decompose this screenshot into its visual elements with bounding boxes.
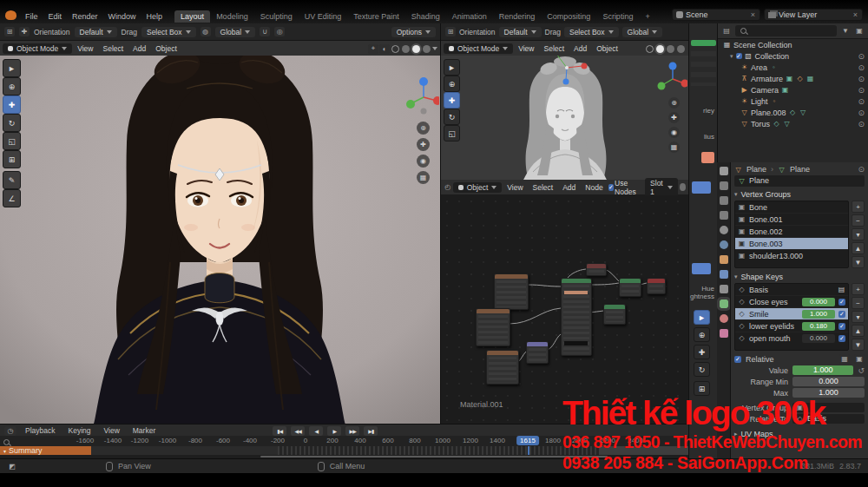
tab-shading[interactable]: Shading — [405, 10, 446, 23]
view-menu[interactable]: View — [514, 43, 538, 54]
view-menu[interactable]: View — [73, 43, 97, 54]
jump-to-end-button[interactable]: ▶▮ — [364, 426, 378, 436]
tab-animation[interactable]: Animation — [446, 10, 493, 23]
object-menu[interactable]: Object — [151, 43, 181, 54]
shading-material-icon[interactable] — [667, 45, 674, 53]
zoom-icon[interactable]: ⊕ — [668, 97, 680, 109]
tab-compositing[interactable]: Compositing — [541, 10, 596, 23]
vertex-group-row[interactable]: ▣Bone.001 — [735, 214, 848, 226]
orientation-dropdown[interactable]: Default — [499, 27, 542, 37]
shading-solid-icon[interactable] — [402, 45, 410, 53]
pin-icon[interactable]: ⊙ — [858, 165, 865, 174]
shape-key-value[interactable]: 0.000 — [802, 334, 835, 343]
shape-key-row[interactable]: ◇Close eyes0.000✓ — [735, 296, 848, 308]
color-swatch-blue[interactable] — [692, 181, 711, 194]
menu-edit[interactable]: Edit — [43, 10, 68, 23]
select-mode-dropdown[interactable]: Select Box — [141, 27, 196, 37]
hide-eye-icon[interactable]: ⊙ — [858, 120, 865, 128]
color-swatch[interactable] — [701, 152, 714, 163]
editor-type-clock-icon[interactable]: ◷ — [4, 426, 16, 436]
orientation-dropdown[interactable]: Default — [75, 27, 117, 37]
marker-menu[interactable]: Marker — [128, 425, 160, 436]
tool-measure[interactable]: ∠ — [3, 189, 21, 207]
shape-key-mute-checkbox[interactable]: ✓ — [838, 299, 845, 306]
tab-modifiers-icon[interactable] — [720, 270, 728, 279]
select-mode-dropdown[interactable]: Select Box — [564, 27, 619, 37]
menu-render[interactable]: Render — [67, 10, 103, 23]
hide-eye-icon[interactable]: ⊙ — [858, 75, 865, 83]
menu-window[interactable]: Window — [103, 10, 141, 23]
clear-weights-icon[interactable]: ▣ — [854, 354, 865, 364]
tool-cursor[interactable]: ⊕ — [444, 76, 460, 92]
normal-map-node[interactable] — [526, 341, 549, 364]
keyframe-band[interactable] — [278, 446, 599, 455]
play-reverse-button[interactable]: ◀ — [309, 426, 323, 436]
hide-eye-icon[interactable]: ⊙ — [858, 63, 865, 72]
tool-cursor[interactable]: ⊕ — [694, 327, 710, 342]
tab-layout[interactable]: Layout — [174, 10, 210, 23]
display-mode-icon[interactable]: ▤ — [721, 26, 732, 36]
tool-select-box[interactable]: ► — [3, 59, 21, 77]
ortho-grid-icon[interactable]: ▦ — [668, 141, 680, 153]
navigation-gizmo[interactable] — [656, 60, 687, 95]
image-texture-node[interactable] — [486, 350, 519, 385]
principled-bsdf-node[interactable] — [561, 278, 592, 356]
tab-uv-editing[interactable]: UV Editing — [299, 10, 348, 23]
shape-key-value[interactable]: 0.000 — [802, 298, 835, 306]
remove-vertex-group-button[interactable]: − — [852, 214, 865, 227]
tool-transform[interactable]: ⊞ — [3, 150, 21, 168]
mix-node[interactable] — [586, 263, 607, 276]
view-layer-selector[interactable]: View Layer × — [764, 9, 863, 21]
camera-view-icon[interactable]: ◉ — [668, 127, 680, 138]
shape-key-row[interactable]: ◇Basis▤ — [735, 284, 848, 296]
remove-shape-key-button[interactable]: − — [852, 297, 865, 309]
tool-move[interactable]: ✚ — [3, 95, 21, 114]
move-down-button[interactable]: ▼ — [852, 339, 865, 351]
vertex-group-specials-button[interactable]: ▾ — [852, 228, 865, 240]
outliner-row-camera[interactable]: ▶ Camera ▣ ⊙ — [718, 84, 868, 95]
zoom-icon[interactable]: ⊕ — [417, 122, 430, 135]
menu-file[interactable]: File — [20, 10, 43, 23]
shape-key-specials-button[interactable]: ▾ — [852, 311, 865, 323]
shape-key-mute-checkbox[interactable]: ✓ — [838, 311, 845, 318]
select-menu[interactable]: Select — [539, 43, 569, 54]
overlays-icon[interactable]: ◐ — [379, 44, 390, 54]
move-down-button[interactable]: ▼ — [852, 256, 865, 268]
camera-view-icon[interactable]: ◉ — [417, 155, 430, 168]
shader-node[interactable] — [603, 304, 626, 325]
tool-rotate[interactable]: ↻ — [694, 362, 710, 377]
tab-material-icon[interactable] — [720, 314, 728, 323]
tool-rotate[interactable]: ↻ — [3, 114, 21, 132]
options-dropdown[interactable]: Options — [391, 27, 436, 37]
outliner-row-collection[interactable]: ▾ ✓ ▧ Collection ⊙ — [718, 50, 868, 62]
tab-modeling[interactable]: Modeling — [210, 10, 254, 23]
tab-world-icon[interactable] — [720, 240, 728, 249]
object-menu[interactable]: Object — [592, 43, 622, 54]
mode-selector[interactable]: Object Mode — [444, 43, 513, 54]
play-button[interactable]: ▶ — [327, 426, 341, 436]
tab-scene-icon[interactable] — [720, 226, 728, 234]
viewport-canvas-right[interactable]: ► ⊕ ✚ ↻ ◱ ⊕ ✚ ◉ ▦ — [441, 56, 689, 180]
scene-selector[interactable]: Scene × — [672, 9, 760, 21]
use-nodes-checkbox[interactable]: ✓ — [608, 184, 614, 191]
shape-key-row[interactable]: ◇lower eyelids0.180✓ — [735, 320, 848, 332]
shading-dropdown-icon[interactable] — [432, 47, 437, 50]
shape-key-value[interactable]: 1.000 — [802, 310, 835, 319]
add-vertex-group-button[interactable]: + — [852, 201, 865, 213]
slot-dropdown[interactable]: Slot 1 — [645, 178, 678, 197]
tool-move[interactable]: ✚ — [694, 345, 710, 359]
viewport-canvas-left[interactable]: ► ⊕ ✚ ↻ ◱ ⊞ ✎ ∠ ⊕ ✚ ◉ ▦ — [0, 56, 440, 424]
new-collection-icon[interactable]: ▣ — [854, 26, 865, 36]
summary-channel[interactable]: ▾Summary — [0, 446, 91, 455]
shading-rendered-icon[interactable] — [423, 45, 431, 53]
tool-move[interactable]: ✚ — [444, 92, 460, 109]
green-slider-fragment[interactable] — [691, 40, 716, 46]
filter-funnel-icon[interactable]: ▼ — [840, 26, 851, 36]
tab-rendering[interactable]: Rendering — [493, 10, 542, 23]
shape-key-row-selected[interactable]: ◇Smile1.000✓ — [735, 308, 848, 320]
tool-scale[interactable]: ◱ — [444, 125, 460, 141]
shape-key-value[interactable]: 0.180 — [802, 322, 835, 331]
pivot-dropdown[interactable]: Global — [622, 27, 663, 37]
rgb-node[interactable] — [647, 278, 666, 294]
tab-sculpting[interactable]: Sculpting — [254, 10, 299, 23]
